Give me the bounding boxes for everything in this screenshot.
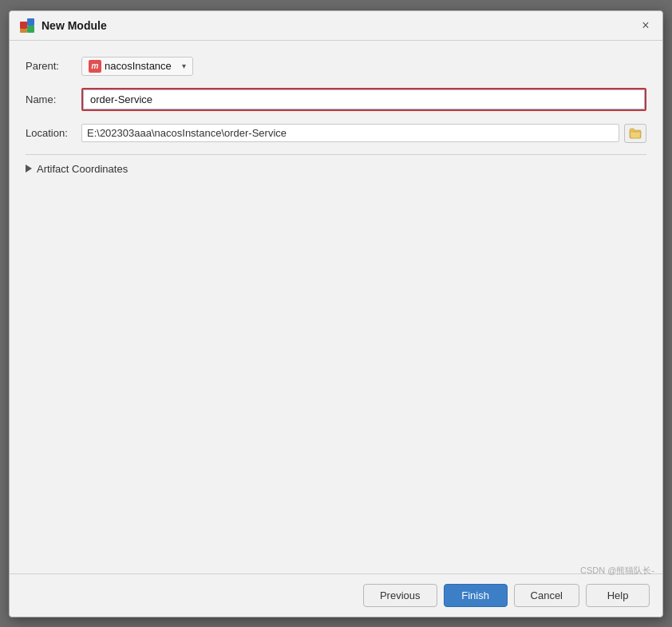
separator bbox=[26, 154, 646, 155]
footer: Previous Finish Cancel Help bbox=[10, 573, 662, 617]
name-input[interactable] bbox=[83, 89, 645, 109]
title-bar: New Module × bbox=[10, 11, 662, 41]
finish-button[interactable]: Finish bbox=[444, 584, 508, 607]
location-display: E:\202303aaa\nacosInstance\order-Service bbox=[81, 124, 619, 142]
location-value-text: E:\202303aaa\nacosInstance\order-Service bbox=[87, 127, 614, 139]
svg-rect-1 bbox=[27, 18, 34, 26]
parent-control-wrap: m nacosInstance ▾ bbox=[81, 57, 646, 76]
artifact-coordinates-label: Artifact Coordinates bbox=[37, 163, 128, 175]
folder-icon bbox=[629, 128, 642, 139]
parent-module-icon: m bbox=[89, 60, 101, 73]
module-icon bbox=[19, 18, 35, 34]
parent-row: Parent: m nacosInstance ▾ bbox=[26, 54, 646, 79]
expand-triangle-icon bbox=[26, 165, 32, 173]
browse-button[interactable] bbox=[624, 124, 646, 143]
previous-button[interactable]: Previous bbox=[363, 584, 437, 607]
new-module-dialog: New Module × Parent: m nacosInstance ▾ N… bbox=[9, 10, 663, 617]
parent-label: Parent: bbox=[26, 60, 81, 72]
help-button[interactable]: Help bbox=[586, 584, 650, 607]
location-row: Location: E:\202303aaa\nacosInstance\ord… bbox=[26, 121, 646, 146]
svg-rect-3 bbox=[20, 29, 27, 33]
content-area: Parent: m nacosInstance ▾ Name: Location… bbox=[10, 41, 662, 573]
location-label: Location: bbox=[26, 127, 81, 139]
close-button[interactable]: × bbox=[638, 18, 653, 33]
cancel-button[interactable]: Cancel bbox=[514, 584, 579, 607]
dialog-title: New Module bbox=[42, 19, 107, 32]
name-label: Name: bbox=[26, 93, 81, 105]
artifact-row[interactable]: Artifact Coordinates bbox=[26, 161, 646, 177]
name-input-outer bbox=[81, 88, 646, 111]
parent-dropdown[interactable]: m nacosInstance ▾ bbox=[81, 57, 193, 76]
name-row: Name: bbox=[26, 87, 646, 113]
parent-value-text: nacosInstance bbox=[105, 60, 172, 72]
watermark: CSDN @熊猫队长- bbox=[580, 565, 654, 577]
dropdown-arrow-icon: ▾ bbox=[182, 62, 186, 70]
svg-rect-2 bbox=[27, 26, 34, 33]
title-bar-left: New Module bbox=[19, 18, 107, 34]
svg-rect-0 bbox=[20, 22, 27, 29]
